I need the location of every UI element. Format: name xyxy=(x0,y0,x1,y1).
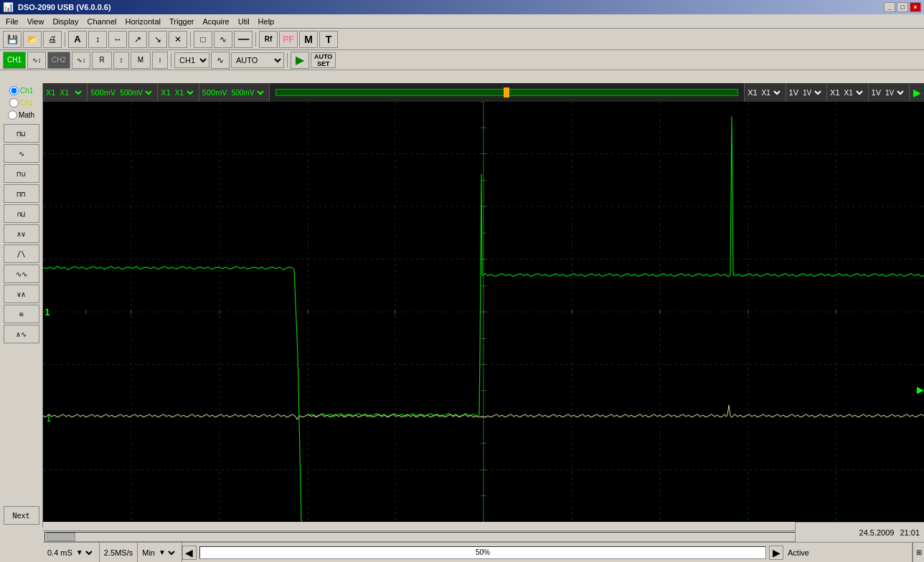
run-stop-button[interactable]: ▶ xyxy=(291,52,309,69)
trigger-x-select[interactable]: X1 xyxy=(759,85,783,100)
scroll-left-button[interactable]: ◀ xyxy=(182,546,197,560)
toolbar-sep-4 xyxy=(171,53,171,67)
waveform-btn-7[interactable]: /\ xyxy=(4,244,39,263)
trigger-volt-select[interactable]: 1V xyxy=(800,85,824,100)
trigger-mode-select[interactable]: AUTO NORMAL SINGLE xyxy=(231,52,284,68)
next-button[interactable]: Next xyxy=(4,506,39,525)
math-toggle-button[interactable]: M xyxy=(131,52,151,69)
time-div-value: 0.4 mS xyxy=(47,548,72,557)
scroll-right-button[interactable]: ▶ xyxy=(769,546,783,560)
waveform-btn-10[interactable]: ≋ xyxy=(4,305,39,323)
ch2-radio-group: Ch2 xyxy=(9,98,33,108)
toolbar-sep-5 xyxy=(287,53,288,67)
time-div-select[interactable]: ▼ xyxy=(73,546,95,559)
screenshot-button[interactable]: 🖨 xyxy=(43,31,62,48)
sidebar: Ch1 Ch2 Math ⊓⊔ ∿ ⊓∪ ⊓⊓ ∩⊔ ∧∨ /\ ∿∿ ∨∧ ≋… xyxy=(0,83,43,528)
open-button[interactable]: 📂 xyxy=(23,31,42,48)
scope-param-bar: X1 X1X2X5X10 500mV 500mV200mV100mV1V X1 … xyxy=(43,83,924,102)
math-radio[interactable] xyxy=(8,110,17,120)
m-button[interactable]: M xyxy=(299,31,318,48)
resize-handle[interactable]: ⊞ xyxy=(913,543,924,563)
trigger-volt-seg: 1V 1V xyxy=(786,83,827,102)
ch1-radio-label[interactable]: Ch1 xyxy=(9,86,33,95)
math-radio-label[interactable]: Math xyxy=(8,110,34,120)
toolbar-sep-3 xyxy=(255,32,256,47)
coupling-icon-button[interactable]: ∿ xyxy=(211,52,230,69)
waveform-btn-2[interactable]: ∿ xyxy=(4,144,39,163)
ch-radio-group: Ch1 xyxy=(9,86,33,95)
maximize-button[interactable]: □ xyxy=(897,2,908,12)
waveform-btn-9[interactable]: ∨∧ xyxy=(4,285,39,303)
trigger-level-bar xyxy=(275,89,738,96)
close-button[interactable]: × xyxy=(910,2,921,12)
ch2-right-x-select[interactable]: X1 xyxy=(842,85,865,100)
ch2-coupling-button[interactable]: ∿↕ xyxy=(72,52,90,69)
waveform-btn-1[interactable]: ⊓⊔ xyxy=(4,124,39,143)
trigger-volt-label: 1V xyxy=(789,88,798,97)
cross-button[interactable]: ✕ xyxy=(169,31,187,48)
ch2-radio-label[interactable]: Ch2 xyxy=(9,98,33,108)
menu-view[interactable]: View xyxy=(23,16,49,27)
waveform-btn-4[interactable]: ⊓⊓ xyxy=(4,184,39,203)
menubar: File View Display Channel Horizontal Tri… xyxy=(0,14,924,29)
bottom-scrollbar[interactable] xyxy=(43,530,924,542)
menu-channel[interactable]: Channel xyxy=(82,16,121,27)
memory-select[interactable]: ▼ xyxy=(156,546,177,559)
menu-trigger[interactable]: Trigger xyxy=(165,16,198,27)
menu-horizontal[interactable]: Horizontal xyxy=(121,16,165,27)
ch1-toggle-button[interactable]: CH1 xyxy=(3,52,26,69)
ch1-volt-select[interactable]: 500mV200mV100mV1V xyxy=(117,85,154,100)
ch2-right-volt-select[interactable]: 1V xyxy=(882,85,906,100)
menu-file[interactable]: File xyxy=(1,16,23,27)
ch2-volt-select[interactable]: 500mV200mV1V xyxy=(229,85,266,100)
trigger-x-seg: X1 X1 xyxy=(745,83,786,102)
ch1-radio[interactable] xyxy=(9,86,19,95)
ch1-coupling-button[interactable]: ∿↕ xyxy=(27,52,46,69)
ch2-radio[interactable] xyxy=(9,98,19,108)
waveform-btn-5[interactable]: ∩⊔ xyxy=(4,204,39,223)
trigger-marker xyxy=(504,87,509,97)
waveform-btn-3[interactable]: ⊓∪ xyxy=(4,164,39,183)
cursor-v-button[interactable]: ↕ xyxy=(88,31,107,48)
math-sub-button[interactable]: ↕ xyxy=(152,52,168,69)
ch2-toggle-button[interactable]: CH2 xyxy=(47,52,70,69)
cursor-diag-button[interactable]: ↗ xyxy=(128,31,147,48)
horizontal-scrollbar[interactable] xyxy=(44,532,923,542)
cursor-h-button[interactable]: ↔ xyxy=(108,31,127,48)
time-div-seg: 0.4 mS ▼ xyxy=(43,543,100,562)
ch2-right-x-seg: X1 X1 xyxy=(827,83,868,102)
minimize-button[interactable]: _ xyxy=(884,2,895,12)
ch1-level-marker: 1 xyxy=(44,307,50,318)
menu-util[interactable]: Util xyxy=(234,16,254,27)
toolbar-sep-1 xyxy=(65,32,65,47)
window-controls: _ □ × xyxy=(884,2,921,12)
ch1-x-select[interactable]: X1X2X5X10 xyxy=(57,85,84,100)
auto-set-button[interactable]: AUTO SET xyxy=(311,52,336,68)
cursor-cross-button[interactable]: ↘ xyxy=(148,31,167,48)
pf-button[interactable]: PF xyxy=(279,31,298,48)
text-tool-button[interactable]: A xyxy=(68,31,87,48)
menu-display[interactable]: Display xyxy=(48,16,82,27)
ch1-volt-seg: 500mV 500mV200mV100mV1V xyxy=(88,83,158,102)
ref-button[interactable]: Rf xyxy=(259,31,278,48)
ch2-x-select[interactable]: X1X2 xyxy=(172,85,196,100)
waveform-btn-8[interactable]: ∿∿ xyxy=(4,265,39,283)
trigger-bar-seg xyxy=(270,83,745,102)
scope-display: 1 1 xyxy=(43,102,924,522)
ref-toggle-button[interactable]: R xyxy=(92,52,112,69)
memory-seg: Min ▼ xyxy=(138,543,182,562)
ref-sub-button[interactable]: ↕ xyxy=(113,52,129,69)
rect-button[interactable]: □ xyxy=(194,31,212,48)
channel-select[interactable]: CH1 CH2 xyxy=(174,52,209,68)
waveform-btn-6[interactable]: ∧∨ xyxy=(4,224,39,243)
save-button[interactable]: 💾 xyxy=(3,31,22,48)
position-bar[interactable]: 50% xyxy=(199,546,766,559)
sine-button[interactable]: ∿ xyxy=(214,31,232,48)
menu-help[interactable]: Help xyxy=(254,16,279,27)
sample-rate-seg: 2.5MS/s xyxy=(100,543,138,562)
waveform-btn-11[interactable]: ∧∿ xyxy=(4,325,39,343)
menu-acquire[interactable]: Acquire xyxy=(198,16,233,27)
scrollbar-thumb[interactable] xyxy=(47,533,75,541)
t-button[interactable]: T xyxy=(319,31,338,48)
dash-button[interactable]: ━━━ xyxy=(234,31,253,48)
